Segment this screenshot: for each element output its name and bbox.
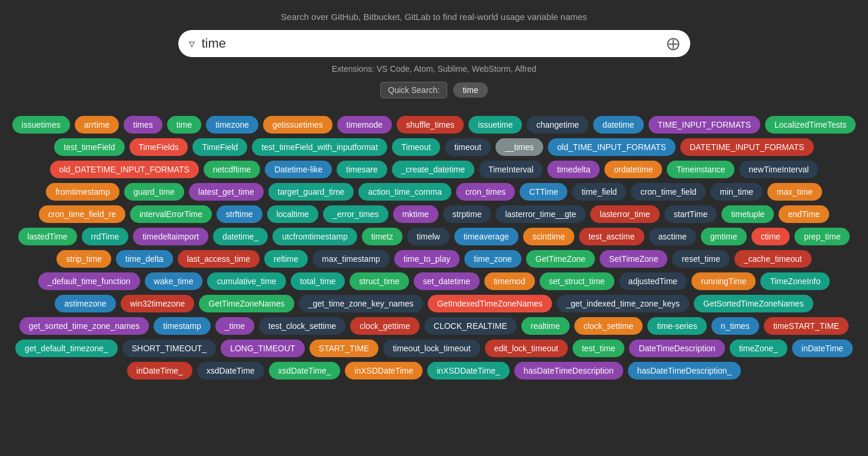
list-item[interactable]: time [167,116,201,134]
list-item[interactable]: hasDateTimeDescription_ [628,362,741,380]
list-item[interactable]: LocalizedTimeTests [765,116,856,134]
list-item[interactable]: fromtimestamp [46,183,119,201]
list-item[interactable]: time_to_play [394,250,460,268]
list-item[interactable]: _create_datetime [392,161,474,178]
list-item[interactable]: __times [495,138,543,156]
list-item[interactable]: GetTimeZone [526,250,595,268]
list-item[interactable]: old_DATETIME_INPUT_FORMATS [50,161,199,178]
list-item[interactable]: localtime [267,205,318,223]
list-item[interactable]: cron_time_field [631,183,706,201]
list-item[interactable]: START_TIME [310,339,379,357]
list-item[interactable]: reltime [264,250,308,268]
list-item[interactable]: TimeInterval [479,161,543,178]
list-item[interactable]: _get_time_zone_key_names [299,295,423,312]
list-item[interactable]: newTimeInterval [739,161,818,178]
list-item[interactable]: struct_time [350,272,408,290]
search-input[interactable] [202,36,667,51]
list-item[interactable]: test_clock_settime [259,317,345,335]
list-item[interactable]: SetTimeZone [600,250,668,268]
list-item[interactable]: inXSDDateTime [345,362,423,380]
list-item[interactable]: timezone [206,116,258,134]
list-item[interactable]: max_time [767,183,822,201]
list-item[interactable]: cumulative_time [207,272,285,290]
list-item[interactable]: utcfromtimestamp [272,228,357,245]
list-item[interactable]: time_zone [464,250,521,268]
list-item[interactable]: get_sorted_time_zone_names [19,317,149,335]
list-item[interactable]: timeout_lock_timeout [383,339,480,357]
list-item[interactable]: strip_time [56,250,111,268]
list-item[interactable]: set_struct_time [540,272,614,290]
list-item[interactable]: test_time [573,339,625,357]
list-item[interactable]: CTTime [520,183,567,201]
list-item[interactable]: win32timezone [121,295,194,312]
list-item[interactable]: changetime [527,116,588,134]
list-item[interactable]: timeSTART_TIME [764,317,849,335]
list-item[interactable]: clock_gettime [350,317,420,335]
list-item[interactable]: timedeltaimport [133,228,208,245]
list-item[interactable]: Datetime-like [265,161,332,178]
list-item[interactable]: inDateTime [792,339,853,357]
list-item[interactable]: _get_indexed_time_zone_keys [557,295,689,312]
list-item[interactable]: last_access_time [178,250,260,268]
list-item[interactable]: xsdDateTime [197,362,264,380]
list-item[interactable]: scinttime [523,228,574,245]
list-item[interactable]: latest_get_time [189,183,264,201]
list-item[interactable]: prep_time [794,228,850,245]
list-item[interactable]: xsdDateTime_ [269,362,341,380]
list-item[interactable]: runningTime [691,272,756,290]
list-item[interactable]: clock_settime [574,317,643,335]
list-item[interactable]: get_default_timezone_ [15,339,118,357]
list-item[interactable]: CLOCK_REALTIME [424,317,517,335]
list-item[interactable]: inDateTime_ [127,362,192,380]
list-item[interactable]: test_timeField_with_inputformat [252,138,387,156]
list-item[interactable]: time_field [572,183,626,201]
list-item[interactable]: strptime [443,205,491,223]
list-item[interactable]: cron_time_field_re [39,205,125,223]
list-item[interactable]: timelw [407,228,450,245]
list-item[interactable]: max_timestamp [312,250,390,268]
list-item[interactable]: rrdTime [82,228,129,245]
list-item[interactable]: ctime [751,228,790,245]
list-item[interactable]: timeaverage [454,228,518,245]
list-item[interactable]: SHORT_TIMEOUT_ [122,339,216,357]
list-item[interactable]: DateTimeDescription [629,339,724,357]
list-item[interactable]: guard_time [124,183,184,201]
list-item[interactable]: DATETIME_INPUT_FORMATS [680,138,814,156]
list-item[interactable]: _time [215,317,254,335]
list-item[interactable]: edit_lock_timeout [485,339,568,357]
list-item[interactable]: timestamp [154,317,211,335]
list-item[interactable]: test_asctime [579,228,644,245]
list-item[interactable]: GetTimeZoneNames [199,295,294,312]
list-item[interactable]: old_TIME_INPUT_FORMATS [548,138,676,156]
list-item[interactable]: _cache_timeout [734,250,812,268]
list-item[interactable]: total_time [291,272,345,290]
list-item[interactable]: lasterror_time__gte [495,205,586,223]
list-item[interactable]: timemod [484,272,535,290]
list-item[interactable]: astimezone [55,295,116,312]
list-item[interactable]: timeout [445,138,491,156]
list-item[interactable]: startTime [664,205,717,223]
list-item[interactable]: hasDateTimeDescription [514,362,623,380]
list-item[interactable]: gmtime [701,228,747,245]
list-item[interactable]: TimeField [192,138,247,156]
list-item[interactable]: TIME_INPUT_FORMATS [648,116,760,134]
list-item[interactable]: lastedTime [18,228,77,245]
list-item[interactable]: _default_time_function [38,272,140,290]
list-item[interactable]: asctime [649,228,696,245]
list-item[interactable]: ordatetime [604,161,662,178]
list-item[interactable]: realtime [521,317,570,335]
list-item[interactable]: times [124,116,162,134]
list-item[interactable]: timetz [362,228,403,245]
list-item[interactable]: intervalErrorTime [130,205,212,223]
list-item[interactable]: issuetime [468,116,522,134]
list-item[interactable]: arrtime [75,116,119,134]
list-item[interactable]: timeZone_ [730,339,787,357]
list-item[interactable]: shuffle_times [397,116,464,134]
list-item[interactable]: min_time [710,183,763,201]
list-item[interactable]: Timeinstance [667,161,734,178]
list-item[interactable]: TimeZoneInfo [760,272,830,290]
list-item[interactable]: timetuple [721,205,774,223]
list-item[interactable]: _error_times [323,205,388,223]
list-item[interactable]: adjustedTime [619,272,687,290]
list-item[interactable]: lasterror_time [590,205,660,223]
